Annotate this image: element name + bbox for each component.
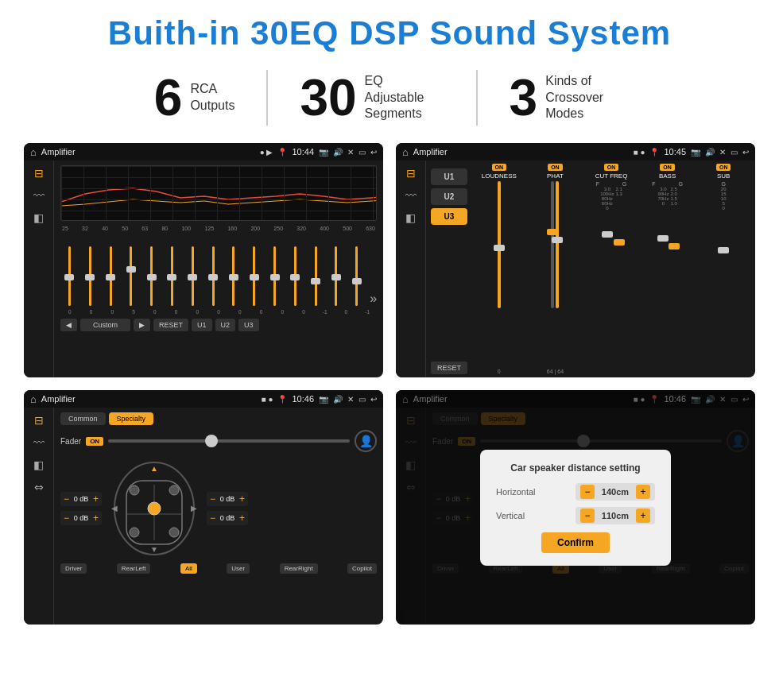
on-badge-loudness: ON [492,164,507,171]
eq-slider-6[interactable] [184,246,202,306]
eq-slider-11[interactable] [286,246,304,306]
sidebar-wave-icon-2[interactable]: 〰 [405,189,417,202]
dialog-overlay: Car speaker distance setting Horizontal … [396,390,755,625]
prev-button[interactable]: ◀ [60,319,77,331]
eq-slider-2[interactable] [102,246,120,306]
freq-250: 250 [273,226,283,231]
vol-fr-minus[interactable]: − [210,493,215,505]
u1-preset-btn[interactable]: U1 [431,168,467,185]
location-icon-1: 📍 [277,148,287,157]
horizontal-minus-btn[interactable]: − [580,485,595,499]
vol-fl-minus[interactable]: − [64,493,69,505]
fader-handle[interactable] [205,435,218,447]
screenshots-grid: ⌂ Amplifier ● ▶ 📍 10:44 📷 🔊 ✕ ▭ ↩ ⊟ 〰 ◧ [24,143,755,625]
sidebar-vol-icon[interactable]: ◧ [33,211,44,224]
cross-left-sidebar: ⊟ 〰 ◧ [396,160,426,377]
sidebar-wave-icon[interactable]: 〰 [33,189,45,202]
sidebar-wave-icon-3[interactable]: 〰 [33,436,45,449]
eq-slider-9[interactable] [245,246,263,306]
cross-reset-btn[interactable]: RESET [431,362,467,374]
location-icon-2: 📍 [649,148,659,157]
fader-label: Fader [60,437,81,446]
eq-slider-10[interactable] [265,246,284,306]
user-icon-btn[interactable]: 👤 [355,430,377,452]
sidebar-vol-icon-2[interactable]: ◧ [405,211,416,224]
play-button[interactable]: ▶ [134,319,150,331]
vol-fl-plus[interactable]: + [93,493,99,505]
cross-channel-bass: ON BASS FG 3.0 90Hz 70Hz 0 [641,164,695,374]
u1-button-eq[interactable]: U1 [192,319,212,331]
freq-50: 50 [122,226,128,231]
preset-custom[interactable]: Custom [80,319,130,331]
on-badge-bass: ON [660,164,675,171]
rear-left-btn[interactable]: RearLeft [117,563,151,574]
home-icon-1[interactable]: ⌂ [30,146,37,158]
eq-screen-card: ⌂ Amplifier ● ▶ 📍 10:44 📷 🔊 ✕ ▭ ↩ ⊟ 〰 ◧ [24,143,383,377]
signal-icon-3: ✕ [347,395,354,404]
freq-63: 63 [141,226,148,231]
dialog-title: Car speaker distance setting [496,462,655,474]
vol-fr-plus[interactable]: + [239,493,245,505]
dot-icon-2: ■ ● [634,148,645,157]
sidebar-eq-icon[interactable]: ⊟ [34,167,44,180]
back-icon-1[interactable]: ↩ [370,148,377,157]
fader-slider[interactable] [108,439,350,443]
eq-slider-8[interactable] [225,246,243,306]
vol-rl-minus[interactable]: − [64,512,69,524]
all-btn[interactable]: All [180,563,197,574]
horizontal-plus-btn[interactable]: + [636,485,650,499]
expand-icon[interactable]: » [370,292,377,306]
eq-slider-12[interactable] [307,246,325,306]
back-icon-3[interactable]: ↩ [370,395,377,404]
home-icon-3[interactable]: ⌂ [30,393,37,405]
app-name-3: Amplifier [41,394,257,404]
back-icon-2[interactable]: ↩ [742,148,749,157]
u3-preset-btn[interactable]: U3 [431,208,467,225]
fader-screen-body: ⊟ 〰 ◧ ⇔ Common Specialty Fader ON [24,408,383,625]
copilot-btn[interactable]: Copilot [347,563,377,574]
sidebar-eq-icon-3[interactable]: ⊟ [34,414,44,427]
common-tab[interactable]: Common [60,412,106,425]
specialty-tab[interactable]: Specialty [109,412,154,425]
sidebar-eq-icon-2[interactable]: ⊟ [406,167,416,180]
fader-on-toggle[interactable]: ON [86,437,103,446]
vertical-minus-btn[interactable]: − [580,509,595,523]
reset-button-eq[interactable]: RESET [153,319,188,331]
eq-slider-13[interactable] [327,246,346,306]
eq-slider-7[interactable] [204,246,223,306]
eq-slider-14[interactable] [347,246,366,306]
freq-80: 80 [161,226,168,231]
vol-rr-value: 0 dB [218,514,237,522]
svg-text:▶: ▶ [191,504,197,512]
vol-rr-minus[interactable]: − [210,512,215,524]
u2-preset-btn[interactable]: U2 [431,188,467,205]
status-bar-2: ⌂ Amplifier ■ ● 📍 10:45 📷 🔊 ✕ ▭ ↩ [396,143,755,160]
eq-slider-0[interactable] [60,246,79,306]
vertical-plus-btn[interactable]: + [636,509,650,523]
u3-button-eq[interactable]: U3 [238,319,259,331]
eq-slider-1[interactable] [81,246,99,306]
volume-icon-1: 🔊 [333,148,343,157]
eq-slider-5[interactable] [163,246,181,306]
vol-rr-plus[interactable]: + [239,512,245,524]
freq-32: 32 [82,226,88,231]
eq-num-row: 000500000000-10-1 [60,309,377,315]
sidebar-arrows-icon-3[interactable]: ⇔ [34,481,44,493]
sidebar-vol-icon-3[interactable]: ◧ [33,458,44,471]
vertical-value: 110cm [598,511,633,520]
dot-icon-1: ● ▶ [260,148,273,157]
home-icon-2[interactable]: ⌂ [402,146,409,158]
eq-slider-3[interactable] [122,246,140,306]
time-1: 10:44 [292,147,314,157]
rear-right-btn[interactable]: RearRight [280,563,318,574]
on-badge-phat: ON [548,164,563,171]
vol-rl-plus[interactable]: + [93,512,99,524]
user-btn[interactable]: User [227,563,250,574]
confirm-button[interactable]: Confirm [541,532,610,553]
stat-rca: 6 RCAOutputs [122,72,267,123]
speaker-layout-area: − 0 dB + − 0 dB + [60,457,377,560]
vol-rr: − 0 dB + [207,511,248,525]
driver-btn[interactable]: Driver [60,563,87,574]
u2-button-eq[interactable]: U2 [215,319,236,331]
eq-slider-4[interactable] [142,246,161,306]
